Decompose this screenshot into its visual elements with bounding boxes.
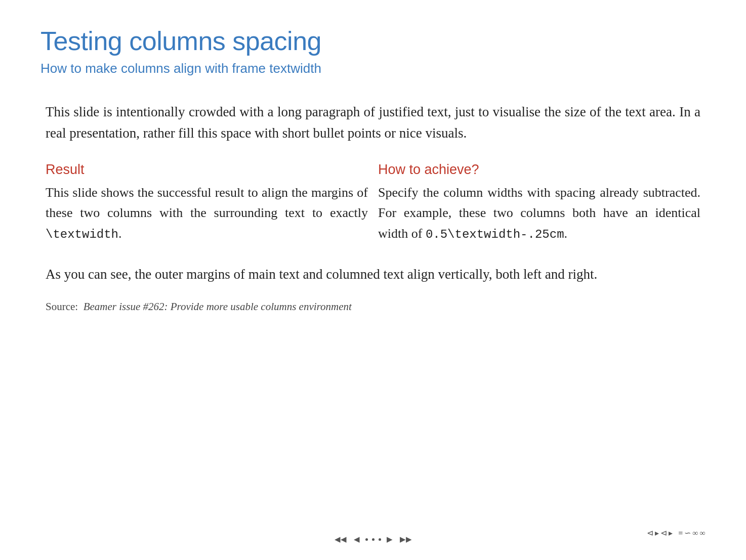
nav-next-button[interactable]: ▶: [385, 534, 395, 545]
conclusion-paragraph: As you can see, the outer margins of mai…: [40, 264, 706, 285]
nav-icon-7[interactable]: ∞: [692, 529, 698, 538]
nav-icon-8[interactable]: ∞: [700, 529, 706, 538]
nav-first-button[interactable]: ◀◀: [333, 534, 349, 545]
nav-icon-1[interactable]: ⊲: [647, 528, 653, 538]
slide-body: This slide is intentionally crowded with…: [40, 92, 706, 530]
column-right-heading: How to achieve?: [378, 162, 700, 178]
source-label: Source:: [46, 300, 78, 313]
source-text: Beamer issue #262: Provide more usable c…: [84, 300, 352, 313]
intro-paragraph: This slide is intentionally crowded with…: [40, 102, 706, 144]
column-right: How to achieve? Specify the column width…: [378, 162, 700, 244]
slide-container: Testing columns spacing How to make colu…: [0, 0, 746, 560]
nav-right-controls: ⊲ ▸ ⊲ ▸ ≡ ∽ ∞ ∞: [647, 528, 706, 538]
nav-dot-1: [365, 538, 368, 541]
nav-bar: ◀◀ ◀ ▶ ▶▶ ⊲ ▸ ⊲ ▸ ≡ ∽ ∞ ∞: [0, 529, 746, 550]
code-textwidth-right: 0.5\textwidth-.25cm: [426, 228, 564, 241]
column-right-text: Specify the column widths with spacing a…: [378, 183, 700, 244]
column-left: Result This slide shows the successful r…: [46, 162, 368, 244]
nav-icon-3[interactable]: ⊲: [660, 528, 667, 538]
columns-section: Result This slide shows the successful r…: [40, 162, 706, 244]
slide-title: Testing columns spacing: [40, 25, 706, 57]
nav-icon-2[interactable]: ▸: [655, 528, 659, 538]
nav-last-button[interactable]: ▶▶: [398, 534, 414, 545]
slide-header: Testing columns spacing How to make colu…: [40, 25, 706, 76]
nav-icon-4[interactable]: ▸: [669, 528, 673, 538]
column-left-heading: Result: [46, 162, 368, 178]
column-left-text: This slide shows the successful result t…: [46, 183, 368, 244]
nav-icon-5[interactable]: ≡: [678, 529, 683, 538]
nav-dot-3: [379, 538, 381, 541]
slide-subtitle: How to make columns align with frame tex…: [40, 61, 706, 76]
nav-prev-button[interactable]: ◀: [352, 534, 362, 545]
nav-dot-2: [372, 538, 375, 541]
nav-icon-6[interactable]: ∽: [684, 528, 691, 538]
source-line: Source: Beamer issue #262: Provide more …: [40, 300, 706, 313]
code-textwidth-left: \textwidth: [46, 228, 118, 241]
